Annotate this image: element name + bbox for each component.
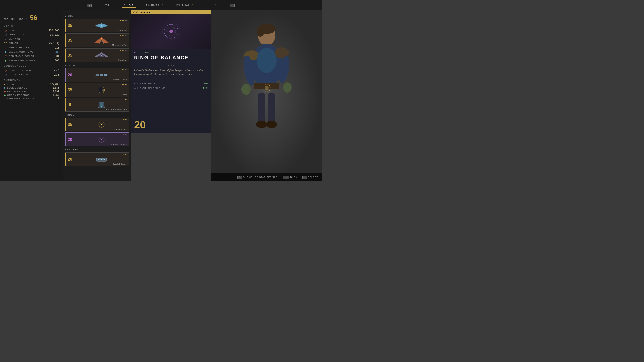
red-magic-icon: ▽: [4, 54, 7, 58]
gear-item-morbanes-fire[interactable]: 35 Morbane's Fire: [65, 33, 129, 47]
detail-divider: [134, 63, 208, 63]
upgrade-dot-3: [173, 65, 174, 66]
balemore-name: Balemore: [118, 29, 127, 31]
gear-item-crystal-bracer[interactable]: 20 Crystal Bracer: [65, 152, 129, 166]
svg-point-10: [99, 74, 103, 76]
svg-point-41: [257, 48, 277, 73]
gear-item-ring-of-balance[interactable]: 20 Ring of Balance: [65, 132, 129, 146]
character-display: [211, 10, 322, 181]
eclipse-dots: [122, 84, 127, 85]
shield-health-stat: ◇ SHIELD HEALTH 213: [4, 46, 59, 49]
rank-number: 56: [30, 14, 37, 22]
svg-point-45: [242, 84, 251, 95]
character-figure-svg: [229, 20, 304, 171]
nav-map[interactable]: MAP: [102, 3, 114, 8]
dot-2: [126, 99, 127, 100]
blue-essence-currency: ◆ BLUE ESSENCE 1,383: [4, 86, 59, 89]
nav-q-key: Q: [84, 3, 95, 8]
gear-item-balemore[interactable]: 35 Balemore: [65, 19, 129, 32]
radiant-ring-name: Radiant Ring: [114, 128, 127, 130]
health-icon: ⬡: [4, 29, 7, 32]
armor-value: 45 (10%): [49, 42, 59, 45]
blink-clip-value: 2: [58, 38, 59, 40]
nav-spells[interactable]: SPELLS: [203, 3, 220, 8]
dot-3: [123, 20, 124, 21]
malekarr-icon: [93, 50, 110, 60]
eclipse-level: 35: [66, 88, 74, 92]
fury-mana-icon: ⬡: [4, 33, 7, 36]
totem-section-title: TOTEM: [65, 64, 129, 67]
gear-list-panel: SIGIL 35 Balemore 35: [63, 10, 131, 181]
svg-point-28: [101, 159, 102, 160]
morbanes-fire-dots: [120, 35, 127, 36]
e-key: E: [230, 4, 235, 7]
dot-1: [120, 50, 121, 51]
dot-5: [126, 20, 127, 21]
svg-point-27: [98, 159, 99, 160]
svg-point-24: [101, 139, 102, 140]
blue-magic-icon: ◆: [4, 50, 7, 54]
dot-4: [125, 35, 126, 36]
dot-3: [123, 35, 124, 36]
stats-panel: MAGNUS RANK 56 STATS ⬡ HEALTH 200 / 200 …: [0, 10, 63, 181]
gear-item-oremic-chain[interactable]: 20 Oremic Chain: [65, 68, 129, 82]
vial-pentacade-level: 9: [66, 103, 74, 107]
svg-point-52: [265, 86, 269, 90]
red-essence-icon: ◆: [4, 90, 6, 93]
fury-mana-label: FURY MANA: [9, 33, 49, 36]
green-magic-icon: ◈: [4, 59, 7, 62]
sigil-section-title: SIGIL: [65, 15, 129, 17]
nav-talents[interactable]: TALENTS ⓘ: [143, 2, 165, 8]
health-label: HEALTH: [9, 29, 47, 32]
balemore-icon: [93, 21, 110, 31]
armor-icon: 🛡: [4, 41, 7, 45]
gear-item-vial-pentacade[interactable]: 9 Vial of the Pentacade: [65, 98, 129, 112]
top-navigation: Q MAP GEAR TALENTS ⓘ JOURNAL ⓘ SPELLS E: [0, 0, 322, 10]
detail-stats-divider: [134, 79, 208, 79]
gold-value: 377,405: [50, 83, 59, 86]
radiant-ring-icon: [93, 120, 110, 130]
svg-point-5: [101, 38, 102, 39]
dot-2: [125, 154, 126, 155]
morbanes-fire-icon: [93, 35, 110, 46]
detail-type-row: EPIC | RING: [131, 49, 211, 55]
fury-mana-stat: ⬡ FURY MANA 30 / 120: [4, 33, 59, 36]
q-key: Q: [87, 4, 92, 7]
gold-currency: ● GOLD 377,405: [4, 83, 59, 86]
svg-point-49: [256, 121, 267, 128]
detail-level-large: 20: [134, 119, 146, 131]
shield-health-value: 213: [55, 46, 59, 49]
svg-point-29: [104, 159, 105, 160]
svg-rect-47: [258, 93, 265, 123]
svg-point-15: [102, 89, 105, 92]
blink-clip-label: BLINK CLIP: [9, 38, 56, 40]
player-rank-display: MAGNUS RANK 56: [4, 14, 59, 22]
dot-1: [120, 20, 121, 21]
detail-item-image: 20: [131, 14, 211, 49]
hint-show-stats: ⇧ SHOW/HIDE STAT DETAILS: [237, 176, 277, 179]
dot-2: [122, 50, 123, 51]
gear-item-malekarr[interactable]: 35 Malekarr: [65, 48, 129, 62]
nav-journal[interactable]: JOURNAL ⓘ: [173, 2, 195, 8]
dot-2: [122, 20, 123, 21]
blink-clip-icon: ↗: [4, 37, 7, 41]
dot-5: [126, 50, 127, 51]
mana-crystal-label: MANA CRYSTAL: [9, 73, 53, 76]
detail-stat-reload-value: -12%: [202, 87, 208, 89]
mana-crystal-icon: ⬡: [4, 73, 7, 76]
detail-stat-reload-label: ALL SIGIL RELOAD TIME: [134, 87, 166, 89]
select-key: ↵: [302, 176, 307, 179]
back-label: BACK: [290, 176, 297, 178]
ring-of-balance-icon: [93, 134, 110, 145]
ring-of-balance-dots: [123, 134, 127, 135]
gear-item-eclipse[interactable]: 35 Eclipse: [65, 83, 129, 97]
nav-gear[interactable]: GEAR: [122, 2, 136, 8]
dot-4: [125, 50, 126, 51]
green-essence-value: 1,257: [53, 94, 59, 96]
detail-item-name: RING OF BALANCE: [131, 55, 211, 63]
gear-item-radiant-ring[interactable]: 35 Radiant Ring: [65, 118, 129, 131]
select-label: SELECT: [308, 176, 318, 178]
blue-essence-icon: ◆: [4, 86, 6, 89]
blue-essence-label: BLUE ESSENCE: [7, 87, 52, 89]
green-essence-currency: ◆ GREEN ESSENCE 1,257: [4, 94, 59, 96]
